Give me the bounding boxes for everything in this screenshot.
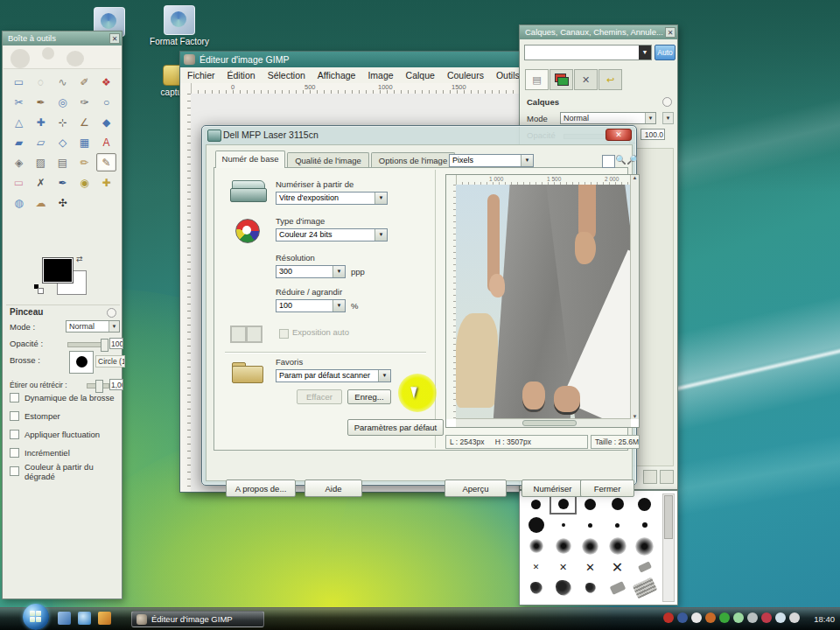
tool-smudge-icon[interactable]: ☁ xyxy=(31,193,51,212)
tool-crop-icon[interactable]: ∠ xyxy=(74,113,94,131)
close-icon[interactable]: ✕ xyxy=(665,27,676,38)
brush-dot-thumbnail[interactable] xyxy=(631,494,658,514)
image-type-combo[interactable]: Couleur 24 bits ▼ xyxy=(276,228,388,242)
opacity-spinbox[interactable]: 100,0 xyxy=(109,338,123,349)
zoom-out-icon[interactable]: 🔍 xyxy=(615,153,626,166)
about-button[interactable]: A propos de... xyxy=(226,480,296,497)
explorer-icon[interactable] xyxy=(78,612,91,625)
scan-button[interactable]: Numériser xyxy=(522,480,584,497)
tool-text-icon[interactable]: A xyxy=(96,133,116,151)
tool-shear-icon[interactable]: ▱ xyxy=(31,133,51,151)
taskbar-clock[interactable]: 18:40 xyxy=(814,608,835,630)
reset-colors-icon[interactable] xyxy=(34,284,43,293)
tool-select-by-color-icon[interactable]: ❖ xyxy=(96,73,116,91)
tool-ellipse-select-icon[interactable]: ◌ xyxy=(31,73,51,91)
checkbox-icon[interactable] xyxy=(10,448,19,458)
slider-knob[interactable] xyxy=(101,339,108,352)
image-selector-combo[interactable]: ▼ xyxy=(524,45,652,60)
scan-source-combo[interactable]: Vitre d'exposition ▼ xyxy=(276,192,388,205)
tool-option-checkbox-row[interactable]: Estomper xyxy=(10,407,120,425)
resolution-combo[interactable]: 300 ▼ xyxy=(276,265,346,278)
tool-free-select-icon[interactable]: ∿ xyxy=(52,73,73,91)
start-button[interactable] xyxy=(23,604,49,630)
tool-align-icon[interactable]: ⊹ xyxy=(52,113,73,131)
media-player-icon[interactable] xyxy=(98,612,111,625)
tool-gradient-icon[interactable]: ▨ xyxy=(31,153,51,172)
menu-fichier[interactable]: Fichier xyxy=(187,70,215,80)
brush-blob-thumbnail[interactable] xyxy=(577,578,604,598)
layer-button[interactable] xyxy=(643,470,657,484)
checkbox-icon[interactable] xyxy=(10,393,19,402)
brush-x-thumbnail[interactable]: ✕ xyxy=(550,556,577,578)
zoom-in-icon[interactable]: 🔎 xyxy=(626,153,638,166)
brush-chip-thumbnail[interactable] xyxy=(631,556,658,578)
foreground-color-swatch[interactable] xyxy=(43,258,73,283)
tool-scissors-select-icon[interactable]: ✂ xyxy=(9,93,29,111)
tab-image-options[interactable]: Options de l'image xyxy=(371,152,455,168)
tool-move-icon[interactable]: ✚ xyxy=(31,113,51,131)
menu-sélection[interactable]: Sélection xyxy=(268,70,305,80)
brush-fuzzy-thumbnail[interactable] xyxy=(522,536,550,556)
checkbox-icon[interactable] xyxy=(10,466,19,476)
tool-clone-icon[interactable]: ◉ xyxy=(74,173,94,192)
brush-dot-thumbnail[interactable] xyxy=(604,514,631,536)
swap-colors-icon[interactable]: ⇄ xyxy=(76,255,83,263)
brush-grid-thumbnail[interactable] xyxy=(631,578,658,598)
volume-icon[interactable] xyxy=(789,612,800,623)
layer-button[interactable] xyxy=(660,470,674,484)
tool-rect-select-icon[interactable]: ▭ xyxy=(9,73,29,91)
clear-button[interactable]: Effacer xyxy=(297,389,342,404)
tool-option-checkbox-row[interactable]: Appliquer fluctuation xyxy=(10,425,120,444)
help-button[interactable]: Aide xyxy=(304,480,362,497)
preview-units-combo[interactable]: Pixels ▼ xyxy=(449,154,534,167)
tool-heal-icon[interactable]: ✚ xyxy=(96,173,116,192)
tray-gray-icon[interactable] xyxy=(747,612,758,623)
tool-pattern-icon[interactable]: ▤ xyxy=(52,153,73,172)
brush-fuzzy-thumbnail[interactable] xyxy=(604,536,631,556)
tray-red-icon[interactable] xyxy=(663,612,674,623)
menu-image[interactable]: Image xyxy=(368,70,393,80)
brush-dot-thumbnail[interactable] xyxy=(577,514,604,536)
tab-channels[interactable] xyxy=(550,69,573,90)
tool-zoom-icon[interactable]: ○ xyxy=(96,93,116,111)
menu-affichage[interactable]: Affichage xyxy=(318,70,356,80)
tab-image-quality[interactable]: Qualité de l'image xyxy=(287,152,369,168)
network-icon[interactable] xyxy=(775,612,786,623)
checkbox-icon[interactable] xyxy=(10,411,19,421)
reduce-enlarge-combo[interactable]: 100 ▼ xyxy=(276,299,346,312)
brush-dot-thumbnail[interactable] xyxy=(522,514,550,536)
tool-paths-icon[interactable]: ✒ xyxy=(31,93,51,111)
brush-blob-thumbnail[interactable] xyxy=(550,578,577,598)
paint-mode-combo[interactable]: Normal ▼ xyxy=(66,320,120,332)
brush-x-thumbnail[interactable]: ✕ xyxy=(522,556,550,578)
scan-preview-image[interactable] xyxy=(456,185,631,419)
menu-couleurs[interactable]: Couleurs xyxy=(447,70,484,80)
tray-blue-icon[interactable] xyxy=(677,612,688,623)
tab-history[interactable]: ↩ xyxy=(598,69,622,90)
tool-rotate-icon[interactable]: ◆ xyxy=(96,113,116,131)
active-brush-preview[interactable] xyxy=(69,351,94,374)
tool-blur-icon[interactable]: ◍ xyxy=(9,193,29,212)
tray-leaf-icon[interactable] xyxy=(719,612,730,623)
active-brush-name[interactable]: Circle (11) xyxy=(95,355,125,368)
menu-outils[interactable]: Outils xyxy=(496,70,520,80)
tool-brush-tool-icon[interactable]: ✑ xyxy=(74,93,94,111)
scrollbar[interactable]: ▲▼ xyxy=(630,175,639,419)
auto-exposure-checkbox[interactable] xyxy=(279,329,289,339)
scrollbar[interactable] xyxy=(662,494,675,602)
tray-lightgreen-icon[interactable] xyxy=(733,612,744,623)
layer-opacity-value[interactable]: 100.0 xyxy=(640,129,665,140)
tool-fuzzy-select-icon[interactable]: ✐ xyxy=(74,73,94,91)
close-button[interactable]: ✕ xyxy=(606,129,632,141)
brush-fuzzy-thumbnail[interactable] xyxy=(631,536,658,556)
brush-dot-thumbnail[interactable] xyxy=(550,514,577,536)
close-icon[interactable]: ✕ xyxy=(109,33,120,44)
desktop-icon-format-factory[interactable]: Format Factory xyxy=(149,5,210,46)
menu-édition[interactable]: Édition xyxy=(228,70,256,80)
tool-airbrush-icon[interactable]: ✗ xyxy=(31,173,51,192)
tab-basic-scan[interactable]: Numér de base xyxy=(215,150,285,168)
brush-dot-thumbnail[interactable] xyxy=(631,514,658,536)
tool-ink-icon[interactable]: ✒ xyxy=(52,173,73,192)
brush-fuzzy-thumbnail[interactable] xyxy=(550,536,577,556)
brush-x-thumbnail[interactable]: ✕ xyxy=(577,556,604,578)
